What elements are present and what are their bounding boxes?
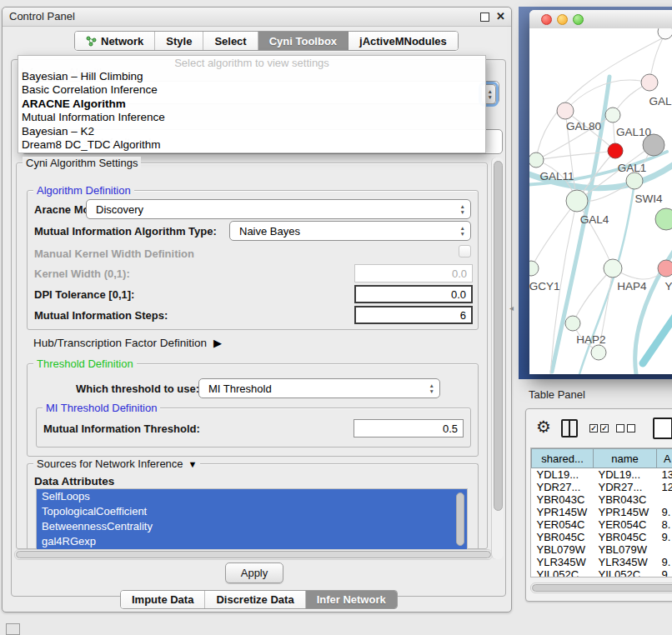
node-salmon-right[interactable] — [658, 260, 672, 277]
select-all-checkboxes-icon[interactable]: ✓ ✓ — [589, 424, 609, 432]
which-threshold-spinner[interactable]: ▲▼ — [429, 383, 434, 394]
edge[interactable] — [536, 151, 615, 160]
tab-style[interactable]: Style — [155, 32, 203, 50]
split-pane-handle-icon[interactable]: ◂ — [509, 303, 514, 312]
mi-threshold-field[interactable]: 0.5 — [354, 419, 464, 438]
tab-impute-data[interactable]: Impute Data — [121, 591, 205, 608]
cell-name[interactable]: YPR145W — [594, 506, 657, 518]
node-gal-partial[interactable] — [641, 74, 658, 91]
apply-button[interactable]: Apply — [225, 562, 283, 583]
settings-vscrollbar-thumb[interactable] — [494, 161, 503, 511]
algorithm-option-bayesian-hill-climbing[interactable]: Bayesian – Hill Climbing — [18, 70, 485, 83]
column-header-name[interactable]: name — [594, 449, 657, 468]
cell-name[interactable]: YBL079W — [594, 543, 657, 556]
table-row[interactable]: YBR045CYBR045C9. — [532, 531, 672, 543]
cell-shared[interactable]: YLR345W — [532, 556, 594, 568]
restore-window-icon[interactable] — [480, 12, 489, 22]
node-unlabeled-top[interactable] — [658, 28, 672, 39]
tab-select[interactable]: Select — [203, 32, 258, 50]
node-gal1-red[interactable] — [608, 143, 623, 158]
table-row[interactable]: YBR043CYBR043C — [532, 493, 672, 506]
zoom-traffic-light-icon[interactable] — [573, 14, 584, 25]
hub-definition-row[interactable]: Hub/Transcription Factor Definition ▶ — [33, 337, 222, 349]
node-hap4[interactable] — [604, 259, 622, 278]
network-canvas[interactable]: GAL GAL80 GAL10 GAL1 GAL11 SWI4 GAL4 GCY… — [529, 28, 672, 374]
table-row[interactable]: YIL052CYIL052C9 — [532, 568, 672, 578]
network-window-titlebar[interactable] — [529, 10, 672, 29]
cell-shared[interactable]: YIL052C — [532, 568, 594, 578]
mi-algorithm-type-spinner[interactable]: ▲▼ — [460, 226, 465, 237]
minimize-traffic-light-icon[interactable] — [557, 14, 568, 25]
algorithm-option-bayesian-k2[interactable]: Bayesian – K2 — [18, 125, 485, 138]
cell-value[interactable]: 9. — [657, 531, 672, 543]
node-gal11[interactable] — [529, 152, 544, 168]
mi-steps-field[interactable]: 6 — [354, 306, 473, 324]
aracne-mode-spinner[interactable]: ▲▼ — [460, 204, 465, 215]
node-gcy1[interactable] — [529, 261, 539, 276]
kernel-width-field[interactable]: 0.0 — [354, 264, 473, 282]
cell-value[interactable]: 13 — [657, 468, 672, 482]
tab-network[interactable]: Network — [75, 32, 155, 50]
column-header-partial[interactable]: A — [657, 449, 672, 468]
settings-hscrollbar-thumb[interactable] — [16, 551, 491, 558]
cell-name[interactable]: YER054C — [594, 518, 657, 531]
cell-value[interactable]: 9 — [657, 568, 672, 578]
algorithm-option-dream8[interactable]: Dream8 DC_TDC Algorithm — [18, 138, 485, 152]
node-gal4[interactable] — [566, 190, 588, 212]
cell-name[interactable]: YBR045C — [594, 531, 657, 543]
tab-cyni-toolbox[interactable]: Cyni Toolbox — [258, 32, 349, 50]
collapsed-panel-icon[interactable] — [6, 623, 20, 635]
expand-down-icon[interactable]: ▼ — [188, 459, 198, 469]
attribute-item-selfloops[interactable]: SelfLoops — [37, 489, 467, 504]
gear-icon[interactable]: ⚙ — [536, 417, 551, 437]
tab-jactivemnodules[interactable]: jActiveMNodules — [349, 32, 458, 50]
table-hscrollbar-thumb[interactable] — [532, 584, 672, 592]
tab-infer-network[interactable]: Infer Network — [306, 591, 397, 608]
cell-shared[interactable]: YBR043C — [532, 493, 594, 506]
columns-icon[interactable] — [561, 419, 578, 438]
table-row[interactable]: YPR145WYPR145W9. — [532, 506, 672, 518]
cell-name[interactable]: YIL052C — [594, 568, 657, 578]
table-row[interactable]: YLR345WYLR345W9. — [532, 556, 672, 568]
cell-value[interactable]: 9. — [657, 556, 672, 568]
cell-shared[interactable]: YBL079W — [532, 543, 594, 556]
column-header-shared-name[interactable]: shared... — [532, 449, 594, 468]
node-gal10[interactable] — [605, 108, 620, 122]
algorithm-option-mutual-information[interactable]: Mutual Information Inference — [18, 111, 485, 124]
cell-name[interactable]: YDL19... — [594, 468, 657, 482]
algorithm-option-aracne[interactable]: ARACNE Algorithm — [18, 98, 485, 111]
cell-name[interactable]: YLR345W — [594, 556, 657, 568]
collapse-right-icon[interactable]: ▶ — [213, 337, 222, 349]
cell-value[interactable]: 12 — [657, 481, 672, 493]
cell-name[interactable]: YBR043C — [594, 493, 657, 506]
algorithm-option-basic-correlation[interactable]: Basic Correlation Inference — [18, 83, 485, 97]
cell-value[interactable] — [657, 543, 672, 556]
node-gal80[interactable] — [557, 102, 574, 119]
settings-vscrollbar-track[interactable] — [491, 158, 504, 559]
attribute-item-betweennesscentrality[interactable]: BetweennessCentrality — [37, 519, 467, 534]
new-table-icon[interactable] — [653, 418, 672, 439]
cell-name[interactable]: YDR27... — [594, 481, 657, 493]
table-row[interactable]: YER054CYER054C8. — [532, 518, 672, 531]
close-traffic-light-icon[interactable] — [541, 14, 552, 25]
dpi-tolerance-field[interactable]: 0.0 — [354, 285, 473, 303]
data-attributes-list[interactable]: SelfLoops TopologicalCoefficient Between… — [36, 488, 468, 550]
close-window-icon[interactable]: ✕ — [496, 10, 505, 22]
table-row[interactable]: YBL079WYBL079W — [532, 543, 672, 556]
which-threshold-combobox[interactable]: MI Threshold ▲▼ — [198, 378, 440, 398]
mi-algorithm-type-combobox[interactable]: Naive Bayes ▲▼ — [229, 221, 471, 241]
deselect-all-checkboxes-icon[interactable] — [616, 424, 635, 432]
attribute-list-scrollbar[interactable] — [456, 492, 464, 546]
cell-value[interactable]: 9. — [657, 506, 672, 518]
table-row[interactable]: YDL19...YDL19...13 — [532, 468, 672, 482]
cell-shared[interactable]: YPR145W — [532, 506, 594, 518]
node-green-right[interactable] — [655, 208, 672, 230]
table-hscrollbar-track[interactable] — [530, 582, 672, 593]
cell-shared[interactable]: YER054C — [532, 518, 594, 531]
node-swi4[interactable] — [626, 172, 643, 189]
cell-shared[interactable]: YDR27... — [532, 481, 594, 493]
manual-kernel-width-checkbox[interactable] — [459, 245, 471, 258]
cell-value[interactable]: 8. — [657, 518, 672, 531]
aracne-mode-combobox[interactable]: Discovery ▲▼ — [86, 199, 471, 219]
node-unlabeled-bottom[interactable] — [591, 345, 606, 360]
